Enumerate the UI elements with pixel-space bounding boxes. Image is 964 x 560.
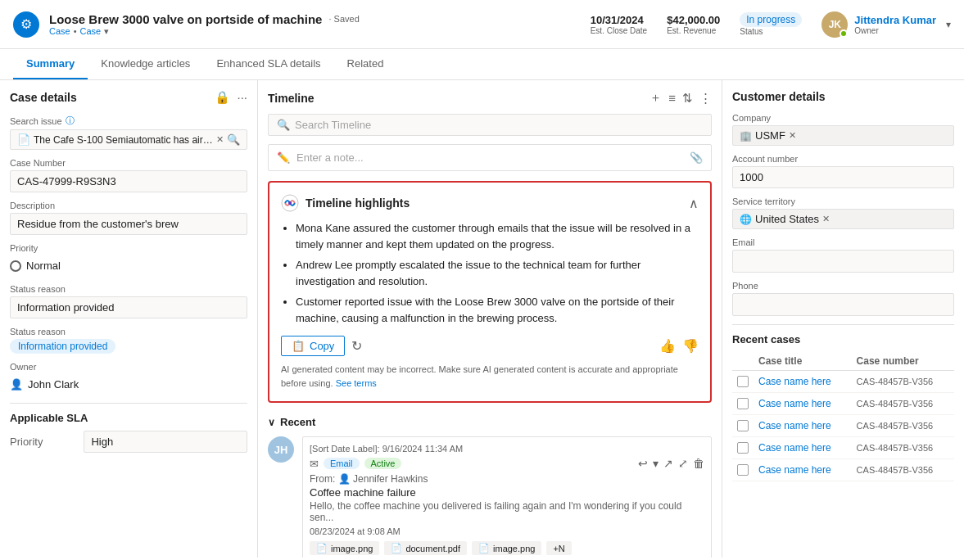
table-row: Case name here CAS-48457B-V356	[732, 393, 954, 415]
breadcrumb-case2[interactable]: Case	[80, 26, 102, 36]
case-checkbox-4[interactable]	[737, 464, 749, 476]
chevron-down-icon[interactable]: ▾	[946, 19, 951, 30]
recent-cases-table: Case title Case number Case name here CA…	[732, 352, 954, 481]
table-row: Case name here CAS-48457B-V356	[732, 415, 954, 437]
case-checkbox-1[interactable]	[737, 398, 749, 409]
owner-section[interactable]: JK Jittendra Kumar Owner ▾	[821, 11, 951, 38]
email-content: [Sort Date Label]: 9/16/2024 11:34 AM ✉ …	[302, 436, 712, 558]
copy-button[interactable]: 📋 Copy	[281, 336, 345, 356]
case-number-header[interactable]: Case number	[852, 352, 954, 371]
sla-priority-row: Priority High	[10, 431, 247, 453]
tab-summary[interactable]: Summary	[13, 49, 88, 79]
more-options-icon[interactable]: ···	[237, 90, 247, 105]
search-issue-input[interactable]: 📄 The Cafe S-100 Semiautomatic has air b…	[10, 129, 247, 150]
clear-territory-icon[interactable]: ✕	[822, 214, 830, 224]
email-value[interactable]	[732, 250, 954, 273]
left-panel: Case details 🔒 ··· Search issue ⓘ 📄 The …	[0, 80, 258, 558]
recent-cases-title: Recent cases	[732, 333, 954, 345]
file-icon-3: 📄	[478, 543, 490, 553]
sort-timeline-icon[interactable]: ⇅	[682, 91, 693, 106]
status-reason-label1: Status reason	[10, 284, 247, 294]
phone-value[interactable]	[732, 293, 954, 316]
feedback-icons: 👍 👎	[659, 338, 699, 354]
tab-related[interactable]: Related	[334, 49, 397, 79]
see-terms-link[interactable]: See terms	[336, 378, 377, 388]
file-icon-2: 📄	[391, 543, 402, 553]
filter-timeline-icon[interactable]: ≡	[668, 91, 676, 105]
thumbs-down-icon[interactable]: 👎	[682, 338, 699, 354]
attachment-1[interactable]: 📄 image.png	[310, 541, 379, 555]
header-left: ⚙ Loose Brew 3000 valve on portside of m…	[13, 11, 360, 38]
timeline-highlights-box: Timeline highlights ∧ Mona Kane assured …	[268, 181, 712, 403]
copy-label: Copy	[310, 340, 334, 352]
note-input-row[interactable]: ✏️ Enter a note... 📎	[268, 144, 712, 171]
case-checkbox-3[interactable]	[737, 442, 749, 454]
service-territory-label: Service territory	[732, 196, 954, 206]
attachment-3[interactable]: 📄 image.png	[472, 541, 541, 555]
case-name-0[interactable]: Case name here	[758, 376, 831, 387]
description-field: Description Residue from the customer's …	[10, 201, 247, 235]
app-icon: ⚙	[13, 11, 39, 38]
case-name-2[interactable]: Case name here	[758, 420, 831, 431]
owner-field: Owner 👤 John Clark	[10, 362, 247, 395]
add-timeline-icon[interactable]: ＋	[649, 90, 662, 106]
account-number-field: Account number 1000	[732, 154, 954, 188]
attachment-name-2: document.pdf	[405, 544, 460, 553]
timeline-search-bar[interactable]: 🔍 Search Timeline	[268, 114, 712, 136]
attachment-name-3: image.png	[493, 544, 535, 553]
more-timeline-icon[interactable]: ⋮	[699, 91, 712, 106]
radio-circle	[10, 260, 21, 272]
highlight-list: Mona Kane assured the customer through e…	[281, 220, 699, 326]
reply-dropdown-icon[interactable]: ▾	[653, 457, 659, 470]
nav-tabs: Summary Knowledge articles Enhanced SLA …	[0, 49, 964, 80]
lock-icon[interactable]: 🔒	[215, 90, 230, 105]
case-name-3[interactable]: Case name here	[758, 442, 831, 454]
clear-company-icon[interactable]: ✕	[789, 130, 796, 141]
tab-sla[interactable]: Enhanced SLA details	[203, 49, 333, 79]
cases-checkbox-header	[732, 352, 754, 371]
forward-icon[interactable]: ↗	[663, 457, 673, 470]
thumbs-up-icon[interactable]: 👍	[659, 338, 676, 354]
delete-icon[interactable]: 🗑	[693, 457, 704, 470]
attachment-name-1: image.png	[331, 544, 373, 553]
case-number-label: Case Number	[10, 158, 247, 168]
case-name-4[interactable]: Case name here	[758, 464, 831, 476]
case-title-text: Loose Brew 3000 valve on portside of mac…	[49, 12, 322, 26]
attachment-2[interactable]: 📄 document.pdf	[384, 541, 467, 555]
reply-icon[interactable]: ↩	[638, 457, 648, 470]
external-link-icon[interactable]: ⤢	[678, 457, 688, 470]
collapse-highlights-icon[interactable]: ∧	[689, 196, 699, 211]
section-divider	[10, 403, 247, 404]
priority-label: Priority	[10, 243, 247, 253]
case-name-1[interactable]: Case name here	[758, 398, 831, 409]
case-checkbox-2[interactable]	[737, 420, 749, 431]
file-icon-1: 📄	[316, 543, 328, 553]
priority-radio[interactable]: Normal	[10, 255, 247, 276]
account-number-value: 1000	[732, 166, 954, 188]
breadcrumb-chevron[interactable]: ▾	[104, 26, 109, 37]
sla-title: Applicable SLA	[10, 412, 247, 424]
highlights-title: Timeline highlights	[281, 194, 410, 212]
main-layout: Case details 🔒 ··· Search issue ⓘ 📄 The …	[0, 80, 964, 558]
case-title-header[interactable]: Case title	[754, 352, 852, 371]
status-meta: In progress Status	[740, 12, 802, 36]
attachment-more[interactable]: +N	[546, 541, 571, 555]
attach-icon[interactable]: 📎	[690, 151, 703, 164]
center-panel: Timeline ＋ ≡ ⇅ ⋮ 🔍 Search Timeline ✏️ En…	[258, 80, 722, 558]
tab-knowledge[interactable]: Knowledge articles	[88, 49, 203, 79]
recent-label: Recent	[280, 416, 315, 428]
clear-search-icon[interactable]: ✕	[216, 134, 224, 145]
owner-row: 👤 John Clark	[10, 374, 247, 395]
recent-header[interactable]: ∨ Recent	[268, 416, 712, 428]
breadcrumb-sep: •	[74, 26, 77, 36]
cases-table-header: Case title Case number	[732, 352, 954, 371]
breadcrumb-case1[interactable]: Case	[49, 26, 70, 36]
case-number-1: CAS-48457B-V356	[857, 399, 934, 409]
sla-priority-label: Priority	[10, 436, 43, 448]
search-icon[interactable]: 🔍	[227, 133, 240, 146]
customer-details-title: Customer details	[732, 90, 954, 103]
refresh-icon[interactable]: ↻	[351, 338, 362, 354]
case-checkbox-0[interactable]	[737, 376, 749, 387]
attachment-more-label: +N	[553, 544, 564, 553]
highlights-actions: 📋 Copy ↻ 👍 👎	[281, 336, 699, 356]
